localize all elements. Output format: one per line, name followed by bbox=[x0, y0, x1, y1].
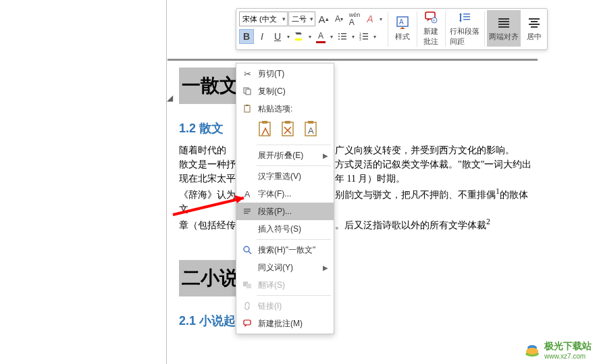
watermark-url: www.xz7.com bbox=[544, 353, 592, 360]
clipboard-icon bbox=[240, 102, 254, 115]
svg-rect-12 bbox=[363, 38, 368, 40]
font-size-combo[interactable]: 二号▾ bbox=[288, 11, 315, 26]
svg-rect-31 bbox=[244, 105, 250, 112]
svg-rect-46 bbox=[244, 320, 251, 325]
font-color-dropdown[interactable]: ▾ bbox=[328, 34, 334, 40]
ctx-link: 链接(I) bbox=[236, 297, 334, 315]
highlight-dropdown[interactable]: ▾ bbox=[307, 34, 313, 40]
mini-toolbar: 宋体 (中文▾ 二号▾ A▴ A▾ wénA A▾ B I U▾ ▾ A▾ ▾ … bbox=[236, 8, 548, 50]
chevron-right-icon: ▶ bbox=[323, 152, 328, 159]
svg-rect-27 bbox=[529, 24, 540, 25]
ctx-translate: 翻译(S) bbox=[236, 276, 334, 294]
body-paragraph[interactable]: 随着时代的 xxxxxxxxxxxxxxxxxxxxxx 广义向狭义转变，并受到… bbox=[179, 143, 537, 232]
svg-rect-24 bbox=[498, 26, 509, 28]
ctx-expand-collapse[interactable]: 展开/折叠(E)▶ bbox=[236, 147, 334, 164]
paste-text-only[interactable]: A bbox=[303, 120, 320, 139]
justify-button[interactable]: 两端对齐 bbox=[487, 10, 521, 47]
svg-rect-34 bbox=[262, 121, 267, 124]
svg-rect-22 bbox=[498, 21, 509, 22]
outline-collapse-triangle[interactable]: ◢ bbox=[167, 93, 173, 103]
grow-font-button[interactable]: A▴ bbox=[316, 11, 331, 26]
chevron-right-icon: ▶ bbox=[323, 264, 328, 271]
heading1-text: 一散文 bbox=[182, 75, 238, 96]
svg-text:A: A bbox=[399, 18, 404, 26]
bullets-button[interactable] bbox=[335, 29, 350, 44]
copy-icon bbox=[240, 84, 254, 98]
svg-rect-4 bbox=[341, 36, 346, 37]
svg-rect-21 bbox=[498, 18, 509, 20]
clear-formatting-dropdown[interactable]: ▾ bbox=[378, 16, 384, 22]
italic-button[interactable]: I bbox=[255, 29, 269, 44]
comment-icon bbox=[240, 317, 254, 330]
ctx-copy[interactable]: 复制(C) bbox=[236, 82, 334, 100]
numbering-button[interactable]: 123 bbox=[357, 29, 371, 44]
underline-dropdown[interactable]: ▾ bbox=[285, 34, 291, 40]
svg-rect-26 bbox=[531, 21, 538, 22]
ctx-search[interactable]: 搜索(H)"一散文" bbox=[236, 241, 334, 259]
numbering-dropdown[interactable]: ▾ bbox=[371, 34, 378, 40]
svg-rect-30 bbox=[246, 89, 251, 95]
svg-rect-25 bbox=[529, 18, 540, 20]
styles-button[interactable]: A 样式 bbox=[390, 10, 415, 47]
new-comment-button[interactable]: + 新建 批注 bbox=[419, 10, 444, 47]
svg-rect-2 bbox=[341, 33, 346, 34]
document-body: 一散文 1.2 散文 随着时代的 xxxxxxxxxxxxxxxxxxxxxx … bbox=[179, 68, 537, 336]
heading2-text: 二小说 bbox=[182, 267, 238, 288]
ctx-cut[interactable]: ✂剪切(T) bbox=[236, 65, 334, 82]
scissors-icon: ✂ bbox=[240, 67, 254, 80]
center-button[interactable]: 居中 bbox=[522, 10, 546, 47]
font-name-combo[interactable]: 宋体 (中文▾ bbox=[239, 11, 288, 26]
ctx-insert-symbol[interactable]: 插入符号(S) bbox=[236, 220, 334, 238]
svg-rect-38 bbox=[308, 121, 313, 124]
watermark-logo-icon bbox=[523, 342, 542, 359]
bold-button[interactable]: B bbox=[239, 29, 254, 44]
svg-point-49 bbox=[526, 348, 538, 355]
ctx-paragraph[interactable]: 段落(P)... bbox=[236, 203, 334, 220]
svg-rect-36 bbox=[285, 121, 290, 124]
watermark-title: 极光下载站 bbox=[544, 340, 592, 353]
svg-point-1 bbox=[338, 33, 340, 34]
svg-rect-6 bbox=[341, 38, 346, 40]
svg-rect-42 bbox=[244, 213, 249, 213]
ctx-paste-options-label: 粘贴选项: bbox=[236, 100, 334, 118]
svg-text:3: 3 bbox=[359, 37, 361, 41]
ctx-font[interactable]: A字体(F)... bbox=[236, 185, 334, 203]
svg-rect-10 bbox=[363, 36, 368, 37]
svg-rect-20 bbox=[463, 19, 470, 20]
underline-button[interactable]: U bbox=[270, 29, 285, 44]
svg-rect-41 bbox=[244, 211, 251, 211]
svg-point-5 bbox=[338, 38, 340, 40]
search-icon bbox=[240, 243, 254, 257]
paragraph-icon bbox=[240, 205, 254, 218]
svg-rect-32 bbox=[246, 105, 249, 106]
phonetic-guide-button[interactable]: wénA bbox=[347, 11, 362, 26]
highlight-button[interactable] bbox=[292, 29, 307, 44]
svg-point-3 bbox=[338, 36, 340, 37]
svg-text:A: A bbox=[308, 126, 314, 136]
shrink-font-button[interactable]: A▾ bbox=[332, 11, 346, 26]
translate-icon bbox=[240, 278, 254, 292]
svg-rect-19 bbox=[463, 16, 470, 18]
svg-rect-18 bbox=[463, 14, 470, 15]
ctx-chinese-reselect[interactable]: 汉字重选(V) bbox=[236, 167, 334, 185]
paste-merge-formatting[interactable] bbox=[280, 120, 297, 139]
ctx-synonyms[interactable]: 同义词(Y)▶ bbox=[236, 259, 334, 276]
line-paragraph-spacing-button[interactable]: 行和段落 间距 bbox=[448, 10, 482, 47]
heading-1-2[interactable]: 1.2 散文 bbox=[179, 120, 537, 136]
watermark: 极光下载站 www.xz7.com bbox=[523, 340, 592, 360]
svg-point-43 bbox=[244, 246, 249, 252]
font-a-icon: A bbox=[240, 187, 254, 201]
svg-text:+: + bbox=[433, 18, 436, 23]
context-menu: ✂剪切(T) 复制(C) 粘贴选项: A 展开/折叠(E)▶ 汉字重选(V) A… bbox=[236, 63, 334, 334]
bullets-dropdown[interactable]: ▾ bbox=[350, 34, 356, 40]
heading-2-1[interactable]: 2.1 小说起源 bbox=[179, 313, 537, 329]
paste-keep-source-formatting[interactable] bbox=[257, 120, 274, 139]
ctx-new-comment[interactable]: 新建批注(M) bbox=[236, 315, 334, 332]
font-color-button[interactable]: A bbox=[313, 29, 328, 44]
clear-formatting-button[interactable]: A bbox=[363, 11, 378, 26]
svg-rect-8 bbox=[363, 33, 368, 34]
link-icon bbox=[240, 299, 254, 313]
svg-rect-0 bbox=[295, 38, 302, 41]
svg-rect-35 bbox=[282, 122, 293, 136]
svg-rect-45 bbox=[246, 284, 251, 288]
